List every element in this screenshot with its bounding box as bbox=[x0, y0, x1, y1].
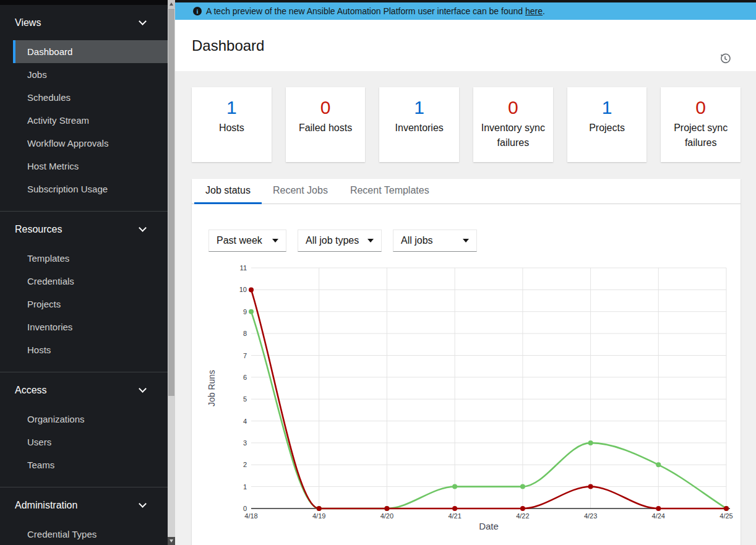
period-select[interactable]: Past week bbox=[208, 230, 286, 252]
svg-text:4: 4 bbox=[243, 418, 247, 425]
tech-preview-link[interactable]: here bbox=[525, 6, 543, 16]
banner-text-suffix: . bbox=[543, 6, 545, 16]
chevron-down-icon bbox=[139, 17, 147, 25]
nav-group-administration[interactable]: Administration bbox=[0, 496, 168, 515]
sidebar-item-users[interactable]: Users bbox=[0, 431, 168, 453]
nav-group-resources[interactable]: Resources bbox=[0, 220, 168, 239]
scrollbar-up-button[interactable] bbox=[168, 0, 175, 8]
chevron-down-icon bbox=[139, 385, 147, 393]
info-icon: i bbox=[193, 7, 202, 15]
tech-preview-banner: i A tech preview of the new Ansible Auto… bbox=[175, 2, 756, 20]
summary-cards-row: 1 Hosts 0 Failed hosts 1 Inventories 0 I… bbox=[192, 87, 741, 162]
summary-card-hosts[interactable]: 1 Hosts bbox=[192, 87, 272, 162]
svg-text:4/25: 4/25 bbox=[719, 512, 732, 520]
svg-text:4/19: 4/19 bbox=[312, 512, 325, 520]
dashboard-content: 1 Hosts 0 Failed hosts 1 Inventories 0 I… bbox=[175, 71, 756, 545]
card-count: 1 bbox=[379, 97, 459, 118]
tab-recent-templates[interactable]: Recent Templates bbox=[339, 179, 440, 204]
summary-card-project-sync-failures[interactable]: 0 Project sync failures bbox=[661, 87, 741, 162]
chevron-down-icon bbox=[139, 500, 147, 508]
job-type-select-value: All job types bbox=[306, 235, 359, 246]
sidebar-item-templates[interactable]: Templates bbox=[0, 247, 168, 270]
card-label: Failed hosts bbox=[286, 121, 366, 135]
scrollbar-down-button[interactable] bbox=[168, 537, 175, 545]
nav-group-access[interactable]: Access bbox=[0, 381, 168, 400]
caret-down-icon bbox=[367, 239, 374, 242]
main-area: i A tech preview of the new Ansible Auto… bbox=[175, 0, 756, 545]
card-label: Projects bbox=[567, 121, 647, 135]
history-button[interactable] bbox=[719, 53, 731, 66]
job-type-select[interactable]: All job types bbox=[298, 230, 382, 252]
svg-text:0: 0 bbox=[243, 505, 247, 512]
card-count: 0 bbox=[286, 97, 366, 118]
job-status-panel: Job status Recent Jobs Recent Templates … bbox=[192, 179, 741, 545]
scrollbar-thumb[interactable] bbox=[168, 9, 174, 396]
svg-text:9: 9 bbox=[243, 308, 247, 315]
sidebar-item-hosts[interactable]: Hosts bbox=[0, 338, 168, 361]
svg-text:5: 5 bbox=[243, 395, 247, 403]
nav-group-views[interactable]: Views bbox=[0, 14, 168, 32]
summary-card-failed-hosts[interactable]: 0 Failed hosts bbox=[286, 87, 366, 162]
sidebar-item-teams[interactable]: Teams bbox=[0, 453, 168, 476]
svg-text:4/24: 4/24 bbox=[652, 512, 665, 520]
page-title: Dashboard bbox=[192, 37, 264, 54]
sidebar-item-inventories[interactable]: Inventories bbox=[0, 315, 168, 338]
card-label: Inventories bbox=[379, 121, 459, 135]
sidebar-nav: Views Dashboard Jobs Schedules Activity … bbox=[0, 0, 168, 545]
summary-card-inventory-sync-failures[interactable]: 0 Inventory sync failures bbox=[473, 87, 553, 162]
sidebar-item-schedules[interactable]: Schedules bbox=[0, 86, 168, 109]
summary-card-projects[interactable]: 1 Projects bbox=[567, 87, 647, 162]
sidebar-item-jobs[interactable]: Jobs bbox=[0, 63, 168, 86]
card-count: 0 bbox=[473, 97, 553, 118]
svg-text:11: 11 bbox=[240, 264, 247, 272]
card-label: Project sync failures bbox=[661, 121, 741, 150]
card-count: 1 bbox=[192, 97, 272, 118]
svg-text:8: 8 bbox=[243, 330, 247, 337]
nav-section-views: Views Dashboard Jobs Schedules Activity … bbox=[0, 5, 168, 212]
svg-text:4/22: 4/22 bbox=[516, 512, 529, 520]
banner-text: A tech preview of the new Ansible Automa… bbox=[206, 6, 523, 16]
sidebar-item-activity-stream[interactable]: Activity Stream bbox=[0, 109, 168, 132]
svg-text:Job Runs: Job Runs bbox=[207, 370, 217, 406]
sidebar-item-organizations[interactable]: Organizations bbox=[0, 408, 168, 431]
sidebar-item-host-metrics[interactable]: Host Metrics bbox=[0, 155, 168, 178]
jobs-select[interactable]: All jobs bbox=[393, 230, 477, 252]
caret-down-icon bbox=[272, 239, 278, 242]
nav-group-label: Resources bbox=[15, 224, 62, 235]
tabs-bar: Job status Recent Jobs Recent Templates bbox=[192, 179, 741, 204]
history-icon bbox=[719, 53, 731, 64]
sidebar-item-credentials[interactable]: Credentials bbox=[0, 270, 168, 293]
sidebar-item-workflow-approvals[interactable]: Workflow Approvals bbox=[0, 132, 168, 155]
chart-filters-toolbar: Past week All job types All jobs bbox=[208, 230, 741, 252]
svg-text:4/20: 4/20 bbox=[380, 512, 393, 520]
svg-text:3: 3 bbox=[243, 439, 247, 447]
chevron-down-icon bbox=[139, 224, 147, 232]
svg-text:7: 7 bbox=[243, 352, 247, 359]
svg-text:1: 1 bbox=[243, 483, 247, 491]
card-count: 1 bbox=[567, 97, 647, 118]
sidebar-item-credential-types[interactable]: Credential Types bbox=[0, 523, 168, 545]
svg-text:2: 2 bbox=[243, 461, 247, 468]
caret-down-icon bbox=[463, 239, 469, 242]
svg-text:4/21: 4/21 bbox=[448, 512, 461, 520]
svg-text:6: 6 bbox=[243, 374, 247, 381]
card-count: 0 bbox=[661, 97, 741, 118]
jobs-select-value: All jobs bbox=[401, 235, 433, 246]
sidebar-item-projects[interactable]: Projects bbox=[0, 293, 168, 315]
nav-section-resources: Resources Templates Credentials Projects… bbox=[0, 212, 168, 372]
job-status-chart: 012345678910114/184/194/204/214/224/234/… bbox=[207, 263, 736, 544]
sidebar-item-dashboard[interactable]: Dashboard bbox=[13, 40, 168, 63]
nav-group-label: Administration bbox=[15, 500, 77, 511]
sidebar-top-edge bbox=[0, 0, 168, 5]
nav-group-label: Views bbox=[15, 17, 41, 28]
awx-dashboard-page: Views Dashboard Jobs Schedules Activity … bbox=[0, 0, 756, 545]
summary-card-inventories[interactable]: 1 Inventories bbox=[379, 87, 459, 162]
nav-section-access: Access Organizations Users Teams bbox=[0, 372, 168, 487]
svg-text:4/23: 4/23 bbox=[584, 512, 597, 520]
sidebar-item-subscription-usage[interactable]: Subscription Usage bbox=[0, 178, 168, 200]
nav-section-administration: Administration Credential Types bbox=[0, 487, 168, 545]
period-select-value: Past week bbox=[217, 235, 262, 246]
tab-recent-jobs[interactable]: Recent Jobs bbox=[262, 179, 339, 204]
tab-job-status[interactable]: Job status bbox=[194, 179, 262, 204]
sidebar-scrollbar[interactable] bbox=[168, 0, 175, 545]
